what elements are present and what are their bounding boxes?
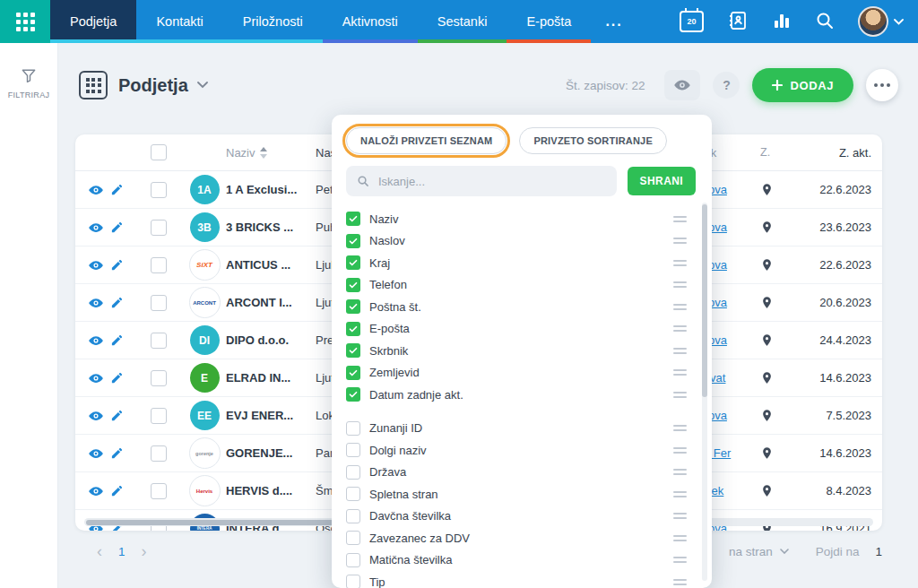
row-checkbox[interactable] bbox=[151, 257, 167, 273]
company-name[interactable]: DIPO d.o.o. bbox=[226, 333, 316, 347]
view-row-icon[interactable] bbox=[88, 445, 104, 462]
visibility-toggle-button[interactable] bbox=[664, 70, 700, 100]
drag-handle-icon[interactable] bbox=[673, 238, 687, 244]
drag-handle-icon[interactable] bbox=[673, 260, 687, 266]
default-sorting-button[interactable]: PRIVZETO SORTIRANJE bbox=[519, 127, 667, 154]
view-row-icon[interactable] bbox=[88, 333, 104, 349]
view-row-icon[interactable] bbox=[88, 182, 104, 198]
map-pin-icon[interactable] bbox=[760, 296, 774, 309]
drag-handle-icon[interactable] bbox=[673, 325, 687, 332]
edit-row-icon[interactable] bbox=[110, 296, 124, 309]
company-name[interactable]: 3 BRICKS ... bbox=[226, 220, 316, 234]
drag-handle-icon[interactable] bbox=[673, 469, 687, 475]
column-checkbox-unchecked[interactable] bbox=[346, 575, 360, 588]
row-checkbox[interactable] bbox=[151, 370, 167, 386]
view-row-icon[interactable] bbox=[88, 220, 104, 236]
header-zadnja-aktivnost[interactable]: Z. akt. bbox=[785, 146, 882, 160]
drag-handle-icon[interactable] bbox=[673, 304, 687, 310]
popup-scrollbar[interactable] bbox=[702, 203, 707, 581]
column-checkbox-unchecked[interactable] bbox=[346, 487, 360, 501]
popup-scrollbar-thumb[interactable] bbox=[702, 204, 707, 397]
drag-handle-icon[interactable] bbox=[673, 348, 687, 354]
column-checkbox-checked[interactable] bbox=[346, 234, 360, 248]
edit-row-icon[interactable] bbox=[110, 484, 124, 497]
current-page-button[interactable]: 1 bbox=[113, 545, 130, 558]
company-name[interactable]: HERVIS d.... bbox=[226, 484, 316, 497]
row-checkbox[interactable] bbox=[151, 483, 167, 499]
row-checkbox[interactable] bbox=[151, 408, 167, 424]
column-checkbox-unchecked[interactable] bbox=[346, 443, 360, 457]
save-columns-button[interactable]: SHRANI bbox=[628, 167, 696, 195]
row-checkbox[interactable] bbox=[151, 182, 167, 198]
tab-sestanki[interactable]: Sestanki bbox=[418, 0, 507, 43]
company-name[interactable]: 1 A Exclusi... bbox=[226, 183, 316, 196]
view-row-icon[interactable] bbox=[88, 295, 104, 311]
row-checkbox[interactable] bbox=[151, 295, 167, 311]
map-pin-icon[interactable] bbox=[760, 371, 774, 385]
column-checkbox-unchecked[interactable] bbox=[346, 531, 360, 545]
row-checkbox[interactable] bbox=[151, 220, 167, 236]
drag-handle-icon[interactable] bbox=[673, 579, 687, 585]
tab-aktivnosti[interactable]: Aktivnosti bbox=[323, 0, 418, 43]
more-actions-button[interactable] bbox=[866, 69, 898, 101]
row-checkbox[interactable] bbox=[151, 445, 167, 462]
company-name[interactable]: ANTICUS ... bbox=[226, 258, 316, 272]
column-checkbox-checked[interactable] bbox=[346, 255, 360, 270]
calendar-button[interactable]: 20 bbox=[680, 11, 704, 32]
tab-podjetja[interactable]: Podjetja bbox=[50, 0, 136, 43]
edit-row-icon[interactable] bbox=[110, 409, 124, 422]
column-checkbox-checked[interactable] bbox=[346, 322, 360, 336]
company-name[interactable]: ELRAD IN... bbox=[226, 371, 316, 385]
column-checkbox-checked[interactable] bbox=[346, 387, 360, 402]
drag-handle-icon[interactable] bbox=[673, 535, 687, 541]
tab-kontakti[interactable]: Kontakti bbox=[136, 0, 222, 43]
tab-prilo-nosti[interactable]: Priložnosti bbox=[223, 0, 323, 43]
drag-handle-icon[interactable] bbox=[673, 491, 687, 497]
per-page-selector[interactable]: na stran bbox=[729, 545, 789, 558]
add-record-button[interactable]: DODAJ bbox=[752, 68, 853, 102]
edit-row-icon[interactable] bbox=[110, 333, 124, 347]
edit-row-icon[interactable] bbox=[110, 183, 124, 196]
column-search-box[interactable] bbox=[346, 166, 617, 196]
view-row-icon[interactable] bbox=[88, 408, 104, 424]
column-checkbox-unchecked[interactable] bbox=[346, 553, 360, 567]
column-checkbox-checked[interactable] bbox=[346, 366, 360, 380]
more-tabs-button[interactable]: ... bbox=[591, 0, 637, 43]
column-checkbox-checked[interactable] bbox=[346, 299, 360, 314]
column-search-input[interactable] bbox=[377, 174, 606, 189]
goto-page-input[interactable]: 1 bbox=[875, 545, 882, 558]
help-button[interactable]: ? bbox=[713, 72, 740, 99]
map-pin-icon[interactable] bbox=[760, 446, 774, 460]
map-pin-icon[interactable] bbox=[760, 183, 774, 196]
view-row-icon[interactable] bbox=[88, 483, 104, 499]
column-checkbox-unchecked[interactable] bbox=[346, 421, 360, 436]
filter-button[interactable]: FILTRIRAJ bbox=[8, 66, 50, 99]
view-row-icon[interactable] bbox=[88, 370, 104, 386]
edit-row-icon[interactable] bbox=[110, 446, 124, 460]
edit-row-icon[interactable] bbox=[110, 220, 124, 234]
reports-button[interactable] bbox=[772, 11, 792, 33]
drag-handle-icon[interactable] bbox=[673, 557, 687, 563]
search-button[interactable] bbox=[815, 11, 835, 33]
column-checkbox-checked[interactable] bbox=[346, 278, 360, 292]
header-zemljevid[interactable]: Z. bbox=[760, 146, 785, 159]
row-checkbox[interactable] bbox=[151, 333, 167, 349]
apps-menu-button[interactable] bbox=[0, 0, 50, 43]
company-name[interactable]: ARCONT I... bbox=[226, 296, 316, 309]
company-name[interactable]: GORENJE... bbox=[226, 446, 316, 460]
previous-page-button[interactable]: ‹ bbox=[86, 543, 113, 559]
next-page-button[interactable]: › bbox=[130, 543, 157, 559]
map-pin-icon[interactable] bbox=[760, 484, 774, 497]
view-selector-chevron[interactable] bbox=[197, 82, 208, 89]
contacts-book-button[interactable] bbox=[727, 10, 749, 34]
column-checkbox-unchecked[interactable] bbox=[346, 509, 360, 523]
column-checkbox-checked[interactable] bbox=[346, 343, 360, 358]
header-naziv[interactable]: Naziv bbox=[226, 146, 316, 160]
user-menu-button[interactable] bbox=[858, 6, 904, 37]
edit-row-icon[interactable] bbox=[110, 371, 124, 385]
drag-handle-icon[interactable] bbox=[673, 216, 687, 222]
map-pin-icon[interactable] bbox=[760, 220, 774, 234]
company-name[interactable]: EVJ ENER... bbox=[226, 409, 316, 422]
edit-row-icon[interactable] bbox=[110, 258, 124, 272]
column-checkbox-unchecked[interactable] bbox=[346, 465, 360, 480]
